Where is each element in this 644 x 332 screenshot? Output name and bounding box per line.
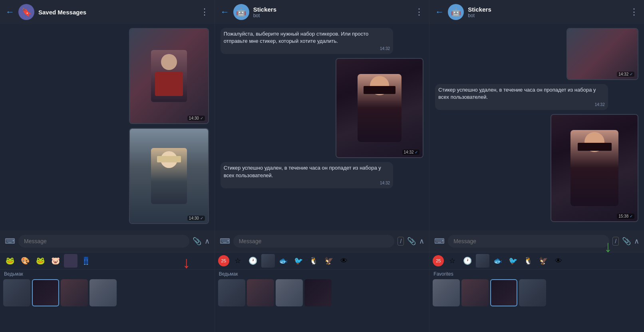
message-sticker-top-2: 14:32 ✓ — [566, 28, 638, 80]
app-container: ← 🔖 Saved Messages ⋮ 14:30 ✓ — [0, 0, 644, 332]
sticker-tab-fish-1[interactable]: 🐟 — [276, 254, 290, 268]
panel-stickers-1: ← 🤖 Stickers bot ⋮ Пожалуйста, выберите … — [215, 0, 430, 332]
chat-body-stickers-1: Пожалуйста, выберите нужный набор стикер… — [215, 24, 429, 230]
sticker-content-2 — [130, 129, 208, 223]
collapse-icon-1[interactable]: ∧ — [419, 237, 424, 246]
sticker-tab-bird-2[interactable]: 🐦 — [506, 254, 520, 268]
collapse-icon-2[interactable]: ∧ — [634, 237, 639, 246]
sticker-grid-saved — [0, 278, 215, 308]
sticker-tab-badge-2[interactable]: 25 — [433, 255, 444, 266]
chat-name-stickers-1: Stickers — [253, 6, 411, 13]
sticker-thumb-3[interactable] — [61, 279, 88, 306]
back-button-2[interactable]: ← — [435, 7, 444, 17]
sticker-tab-eagle-2[interactable]: 🦅 — [537, 254, 550, 268]
header-saved: ← 🔖 Saved Messages ⋮ — [0, 0, 215, 24]
message-sticker-2: 14:30 ✓ — [129, 128, 209, 224]
sticker-thumb-1c[interactable] — [276, 279, 303, 306]
message-time-2: 14:32 — [224, 180, 390, 186]
message-text-in-2: Стикер успешно удален, в течение часа он… — [221, 162, 393, 188]
more-button-saved[interactable]: ⋮ — [200, 7, 209, 17]
chat-body-saved: 14:30 ✓ 14:30 ✓ — [0, 24, 215, 230]
sticker-grid-1 — [215, 278, 429, 308]
sticker-content-dark-1 — [336, 59, 423, 157]
sticker-tab-blurred[interactable] — [64, 254, 78, 268]
cmd-icon-1[interactable]: / — [398, 237, 404, 246]
chat-name-saved: Saved Messages — [38, 9, 196, 16]
message-input-1[interactable] — [233, 235, 395, 248]
attach-icon-1[interactable]: 📎 — [407, 237, 416, 246]
attach-icon-2[interactable]: 📎 — [622, 237, 631, 246]
arrow-red: ↓ — [183, 254, 191, 272]
sticker-thumb-2c[interactable] — [490, 279, 517, 306]
back-button[interactable]: ← — [6, 7, 14, 17]
sticker-section-2: Favorites ↓ — [429, 270, 644, 308]
message-text-in-1: Пожалуйста, выберите нужный набор стикер… — [221, 28, 393, 54]
sticker-image-dark-1: 14:32 ✓ — [336, 58, 423, 158]
sticker-tab-witcher-1[interactable] — [261, 254, 275, 268]
cmd-icon-2[interactable]: / — [612, 237, 619, 246]
sticker-tab-eye-2[interactable]: 👁 — [552, 254, 565, 268]
avatar-stickers-1: 🤖 — [233, 4, 249, 20]
chat-info-saved: Saved Messages — [38, 9, 196, 16]
sticker-tab-bird-1[interactable]: 🐦 — [292, 254, 305, 268]
sticker-thumb-1d[interactable] — [304, 279, 332, 306]
input-bar-saved: ⌨ 📎 ∧ — [0, 230, 215, 252]
sticker-thumb-2a[interactable] — [433, 279, 460, 306]
sticker-time-large-2: 15:38 ✓ — [617, 214, 634, 219]
message-text-content-1: Пожалуйста, выберите нужный набор стикер… — [224, 31, 368, 44]
sticker-tab-witcher-2[interactable] — [476, 254, 489, 268]
arrow-green: ↓ — [604, 238, 612, 256]
back-button-1[interactable]: ← — [221, 7, 229, 17]
sticker-image-large-2: 15:38 ✓ — [551, 114, 638, 222]
avatar-saved: 🔖 — [18, 4, 34, 20]
panel-saved: ← 🔖 Saved Messages ⋮ 14:30 ✓ — [0, 0, 215, 332]
sticker-thumb-2b[interactable] — [461, 279, 489, 306]
sticker-thumb-4[interactable] — [89, 279, 117, 306]
chat-info-stickers-2: Stickers bot — [468, 6, 626, 18]
sticker-section-saved: Ведьмак ↓ — [0, 270, 215, 308]
sticker-tab-badge-1[interactable]: 25 — [218, 255, 229, 266]
sticker-picker-saved: 🐸 🎨 🐸 🐷 👖 Ведьмак ↓ — [0, 252, 215, 332]
sticker-tab-frog2[interactable]: 🐸 — [34, 254, 47, 268]
sticker-grid-2 — [429, 278, 644, 308]
keyboard-icon-saved[interactable]: ⌨ — [5, 237, 15, 246]
more-button-1[interactable]: ⋮ — [415, 7, 423, 17]
sticker-thumb-2d[interactable] — [519, 279, 546, 306]
sticker-image-top-2: 14:32 ✓ — [566, 28, 638, 80]
sticker-tab-recent-2[interactable]: 🕐 — [461, 254, 474, 268]
sticker-tab-eye-1[interactable]: 👁 — [337, 254, 351, 268]
sticker-section-label-1: Ведьмак — [215, 270, 429, 278]
sticker-tab-frog1[interactable]: 🐸 — [3, 254, 17, 268]
keyboard-icon-1[interactable]: ⌨ — [220, 237, 230, 246]
message-sticker-large-2: 15:38 ✓ — [551, 114, 638, 222]
message-input-2[interactable] — [448, 235, 609, 248]
sticker-thumb-1[interactable] — [3, 279, 30, 306]
sticker-tab-board[interactable]: 🎨 — [18, 254, 32, 268]
sticker-tab-chick-1[interactable]: 🐧 — [307, 254, 320, 268]
sticker-tab-pants[interactable]: 👖 — [79, 254, 93, 268]
sticker-time-1: 14:30 ✓ — [187, 116, 205, 121]
more-button-2[interactable]: ⋮ — [630, 7, 638, 17]
sticker-tab-recent-1[interactable]: 🕐 — [246, 254, 260, 268]
sticker-tab-chick-2[interactable]: 🐧 — [521, 254, 535, 268]
sticker-tab-eagle-1[interactable]: 🦅 — [322, 254, 336, 268]
message-input-saved[interactable] — [18, 235, 189, 248]
sticker-tab-pig[interactable]: 🐷 — [49, 254, 62, 268]
header-stickers-2: ← 🤖 Stickers bot ⋮ — [429, 0, 644, 24]
keyboard-icon-2[interactable]: ⌨ — [434, 237, 445, 246]
sticker-picker-1: 25 ☆ 🕐 🐟 🐦 🐧 🦅 👁 Ведьмак — [215, 252, 429, 332]
sticker-time-2: 14:30 ✓ — [187, 216, 205, 221]
collapse-icon-saved[interactable]: ∧ — [205, 237, 210, 246]
sticker-section-label-2: Favorites — [429, 270, 644, 278]
sticker-time-top-2: 14:32 ✓ — [617, 72, 634, 77]
sticker-tab-star-2[interactable]: ☆ — [445, 254, 459, 268]
message-sticker-1: 14:30 ✓ — [129, 28, 209, 124]
attach-icon-saved[interactable]: 📎 — [193, 237, 201, 246]
sticker-thumb-1b[interactable] — [247, 279, 274, 306]
sticker-time-dark-1: 14:32 ✓ — [402, 150, 420, 155]
sticker-tab-fish-2[interactable]: 🐟 — [491, 254, 505, 268]
sticker-content-1 — [130, 29, 208, 123]
sticker-tab-star-1[interactable]: ☆ — [231, 254, 244, 268]
sticker-thumb-1a[interactable] — [218, 279, 245, 306]
sticker-thumb-2[interactable] — [32, 279, 59, 306]
